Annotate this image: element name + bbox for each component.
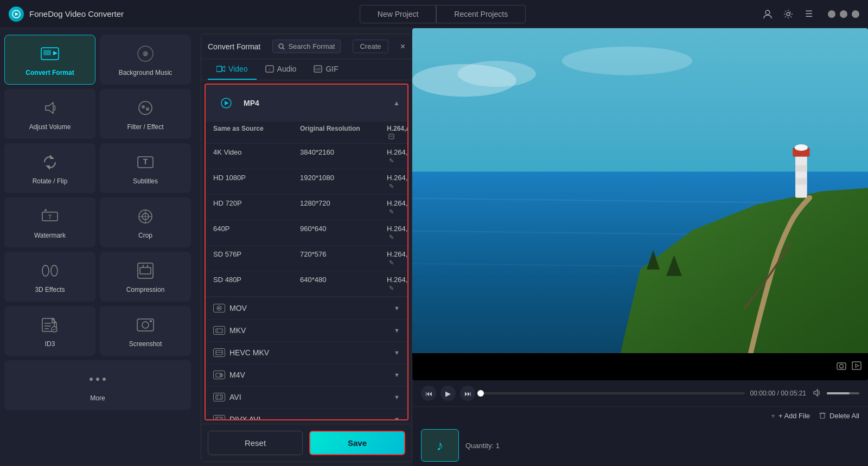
codec-4k: H.264,AAC ✎ — [387, 148, 409, 164]
expand-overlay-icon[interactable] — [852, 361, 861, 372]
video-thumbnail[interactable]: ♪ — [421, 429, 459, 462]
avi-chevron: ▼ — [394, 394, 400, 400]
maximize-btn[interactable]: □ — [840, 10, 847, 18]
sidebar-item-rotate-flip[interactable]: Rotate / Flip — [4, 143, 95, 193]
sidebar-item-subtitles[interactable]: T Subtitles — [100, 143, 191, 193]
edit-640p-icon[interactable]: ✎ — [389, 234, 394, 240]
tab-audio[interactable]: ♪ Audio — [257, 59, 305, 80]
format-row-mov[interactable]: MOV ▼ — [206, 297, 407, 320]
tab-gif[interactable]: GIF GIF — [305, 59, 347, 80]
sidebar-label-bgmusic: Background Music — [119, 69, 173, 76]
mp4-row-576p[interactable]: SD 576P 720*576 H.264,AAC ✎ — [206, 246, 407, 271]
res-640p: 960*640 — [300, 225, 387, 241]
settings-icon[interactable] — [782, 8, 794, 20]
col-resolution: Original Resolution — [300, 125, 387, 140]
progress-bar[interactable] — [481, 392, 745, 394]
format-row-divx-avi[interactable]: DIVX AVI ▼ — [206, 408, 407, 420]
sidebar-item-convert-format[interactable]: Convert Format — [4, 35, 95, 85]
new-project-btn[interactable]: New Project — [360, 5, 436, 23]
close-btn[interactable]: × — [852, 10, 859, 18]
quality-720p: HD 720P — [213, 199, 300, 215]
audio-tab-icon: ♪ — [265, 65, 274, 73]
quality-576p: SD 576P — [213, 250, 300, 266]
tab-video[interactable]: Video — [208, 59, 257, 80]
close-format-panel-btn[interactable]: × — [400, 42, 405, 52]
sidebar-item-more[interactable]: More — [4, 360, 191, 410]
rotate-flip-icon — [39, 151, 61, 173]
svg-text:♪: ♪ — [144, 50, 147, 58]
format-row-mkv[interactable]: MKV ▼ — [206, 320, 407, 342]
sidebar-item-id3[interactable]: ID3 — [4, 306, 95, 356]
bottom-toolbar: + + Add File Delete All — [412, 406, 868, 425]
mp4-row-4k[interactable]: 4K Video 3840*2160 H.264,AAC ✎ — [206, 144, 407, 169]
edit-480p-icon[interactable]: ✎ — [389, 285, 394, 291]
save-btn[interactable]: Save — [309, 431, 405, 455]
background-music-icon: ♪ — [135, 43, 156, 65]
time-display: 00:00:00 / 00:05:21 — [750, 390, 806, 397]
search-area[interactable]: Search Format — [272, 40, 341, 53]
convert-format-icon — [39, 43, 61, 65]
reset-btn[interactable]: Reset — [208, 431, 303, 455]
mp4-row-480p[interactable]: SD 480P 640*480 H.264,AAC ✎ — [206, 271, 407, 297]
sidebar-label-filter: Filter / Effect — [127, 123, 163, 131]
sidebar-item-filter-effect[interactable]: Filter / Effect — [100, 89, 191, 139]
mkv-label: MKV — [229, 326, 246, 335]
sidebar-item-watermark[interactable]: T Watermark — [4, 197, 95, 247]
divx-avi-left: DIVX AVI — [213, 415, 260, 420]
edit-1080p-icon[interactable]: ✎ — [389, 183, 394, 189]
user-icon[interactable] — [762, 8, 774, 20]
menu-icon[interactable]: ☰ — [803, 8, 815, 20]
add-file-icon: + — [771, 412, 775, 420]
hevc-mkv-icon — [213, 348, 225, 357]
progress-thumb[interactable] — [477, 390, 484, 397]
mp4-row-640p[interactable]: 640P 960*640 H.264,AAC ✎ — [206, 220, 407, 246]
avi-label: AVI — [229, 393, 241, 401]
mp4-section-header[interactable]: MP4 ▲ — [206, 85, 407, 122]
playback-bar: ⏮ ▶ ⏭ 00:00:00 / 00:05:21 — [412, 380, 868, 406]
mkv-icon — [213, 326, 225, 335]
sidebar-item-compression[interactable]: Compression — [100, 252, 191, 302]
sidebar-item-3d-effects[interactable]: 3D Effects — [4, 252, 95, 302]
sidebar-label-volume: Adjust Volume — [29, 123, 71, 131]
sidebar-item-screenshot[interactable]: Screenshot — [100, 306, 191, 356]
create-btn[interactable]: Create — [353, 40, 388, 53]
minimize-btn[interactable]: — — [828, 10, 835, 18]
mp4-row-720p[interactable]: HD 720P 1280*720 H.264,AAC ✎ — [206, 195, 407, 220]
svg-marker-53 — [218, 307, 221, 309]
format-row-m4v[interactable]: M4V ▼ — [206, 364, 407, 386]
id3-icon — [39, 314, 61, 336]
delete-all-btn[interactable]: Delete All — [819, 411, 859, 420]
mp4-label: MP4 — [244, 99, 259, 107]
recent-projects-btn[interactable]: Recent Projects — [436, 5, 526, 23]
svg-point-38 — [96, 378, 99, 381]
edit-col-icon — [388, 133, 394, 139]
sidebar-item-adjust-volume[interactable]: Adjust Volume — [4, 89, 95, 139]
format-row-hevc-mkv[interactable]: HEVC MKV ▼ — [206, 342, 407, 364]
format-row-avi[interactable]: AVI ▼ — [206, 386, 407, 408]
codec-720p: H.264,AAC ✎ — [387, 199, 409, 215]
format-list[interactable]: MP4 ▲ Same as Source Original Resolution… — [205, 84, 409, 420]
skip-forward-btn[interactable]: ⏭ — [460, 386, 475, 401]
svg-marker-14 — [46, 165, 50, 170]
svg-point-40 — [279, 44, 283, 48]
svg-point-12 — [146, 107, 149, 111]
video-overlay-bottom — [412, 353, 868, 380]
svg-marker-13 — [50, 155, 54, 159]
skip-back-btn[interactable]: ⏮ — [421, 386, 436, 401]
edit-720p-icon[interactable]: ✎ — [389, 208, 394, 215]
volume-icon[interactable] — [812, 388, 821, 399]
compression-icon — [135, 260, 156, 282]
sidebar-item-background-music[interactable]: ♪ Background Music — [100, 35, 191, 85]
add-file-btn[interactable]: + + Add File — [771, 411, 810, 420]
sidebar-item-crop[interactable]: Crop — [100, 197, 191, 247]
volume-slider[interactable] — [827, 392, 859, 394]
crop-icon — [135, 206, 156, 227]
sidebar-label-compression: Compression — [126, 286, 165, 293]
svg-point-37 — [90, 378, 93, 381]
mp4-row-1080p[interactable]: HD 1080P 1920*1080 H.264,AAC ✎ — [206, 169, 407, 195]
quality-4k: 4K Video — [213, 148, 300, 164]
play-pause-btn[interactable]: ▶ — [441, 386, 456, 401]
screenshot-overlay-icon[interactable] — [837, 361, 846, 372]
edit-576p-icon[interactable]: ✎ — [389, 259, 394, 266]
edit-4k-icon[interactable]: ✎ — [389, 157, 394, 164]
